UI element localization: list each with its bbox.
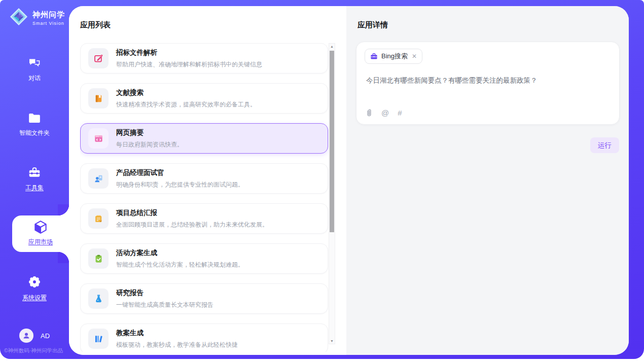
app-card-desc: 一键智能生成高质量长文本研究报告	[116, 301, 213, 309]
pen-square-icon	[88, 48, 109, 68]
run-button[interactable]: 运行	[590, 137, 619, 153]
gear-icon	[0, 275, 69, 288]
sidebar-item-settings[interactable]: 系统设置	[0, 275, 69, 302]
sidebar-item-label: 智能文件夹	[19, 129, 50, 136]
scrollbar-thumb[interactable]	[330, 51, 334, 232]
app-card-lesson-plan[interactable]: 教案生成 模板驱动，教案秒成，教学准备从此轻松快捷	[80, 323, 328, 352]
sidebar-item-label: 对话	[28, 75, 41, 82]
app-card-title: 研究报告	[116, 288, 213, 298]
app-card-desc: 全面回顾项目进展，总结经验教训，助力未来优化发展。	[116, 221, 268, 229]
app-list-title: 应用列表	[80, 20, 111, 30]
sidebar: 神州问学 Smart Vision 对话 智能文件夹	[0, 0, 69, 359]
user-account[interactable]: AD	[19, 329, 50, 343]
attachment-icon[interactable]	[366, 108, 373, 117]
sidebar-item-chat[interactable]: 对话	[0, 57, 69, 83]
app-card-title: 活动方案生成	[116, 248, 244, 258]
sidebar-item-toolset[interactable]: 工具集	[0, 166, 69, 192]
app-card-literature-search[interactable]: 文献搜索 快速精准查找学术资源，提高研究效率的必备工具。	[80, 83, 328, 114]
chat-icon	[0, 57, 69, 69]
app-list-panel: 应用列表 招标文件解析 帮助用户快速、准确地理解和解析招标书中的关键信息	[69, 6, 346, 355]
browser-code-icon	[88, 128, 109, 149]
app-card-title: 项目总结汇报	[116, 208, 268, 218]
cube-icon	[12, 220, 69, 235]
app-card-research-report[interactable]: 研究报告 一键智能生成高质量长文本研究报告	[80, 283, 328, 314]
app-card-event-plan[interactable]: 活动方案生成 智能生成个性化活动方案，轻松解决规划难题。	[80, 243, 328, 274]
app-window: 神州问学 Smart Vision 对话 智能文件夹	[0, 0, 644, 362]
sidebar-item-label: 应用市场	[28, 238, 53, 245]
folder-icon	[0, 113, 69, 124]
scroll-up-icon[interactable]: ▲	[329, 45, 335, 48]
app-card-title: 产品经理面试官	[116, 168, 244, 177]
tab-curve-bottom	[58, 252, 69, 263]
app-logo: 神州问学 Smart Vision	[9, 7, 65, 28]
app-card-title: 教案生成	[116, 329, 238, 338]
clipboard-check-icon	[88, 248, 109, 269]
sidebar-item-label: 工具集	[25, 184, 44, 191]
sidebar-item-app-market[interactable]: 应用市场	[12, 215, 69, 252]
tool-tag-label: Bing搜索	[381, 52, 408, 61]
app-list: 招标文件解析 帮助用户快速、准确地理解和解析招标书中的关键信息 文献搜索	[80, 43, 329, 352]
composer-toolbar: @ #	[366, 108, 402, 117]
app-card-desc: 智能生成个性化活动方案，轻松解决规划难题。	[116, 261, 244, 269]
query-input[interactable]: 今日湖北有哪些新闻要点？有哪些需要关注的最新政策？	[366, 76, 610, 86]
scroll-down-icon[interactable]: ▼	[329, 339, 335, 343]
sidebar-item-smart-folder[interactable]: 智能文件夹	[0, 113, 69, 137]
app-list-scrollbar[interactable]: ▲ ▼	[329, 43, 335, 344]
topic-icon[interactable]: #	[398, 108, 402, 117]
flask-icon	[88, 288, 109, 309]
app-tagline: Smart Vision	[32, 21, 65, 26]
mention-icon[interactable]: @	[381, 108, 389, 117]
app-detail-title: 应用详情	[357, 20, 388, 30]
app-card-desc: 每日政府新闻资讯快查。	[116, 140, 183, 149]
book-icon	[88, 88, 109, 108]
briefcase-icon	[370, 53, 378, 60]
books-icon	[88, 329, 109, 349]
sticky-note-icon	[88, 208, 109, 229]
tool-tag-bing-search[interactable]: Bing搜索 ✕	[365, 49, 422, 64]
toolbox-icon	[0, 166, 69, 178]
app-card-bid-analysis[interactable]: 招标文件解析 帮助用户快速、准确地理解和解析招标书中的关键信息	[80, 43, 328, 74]
user-avatar-icon	[19, 329, 33, 343]
app-card-desc: 帮助用户快速、准确地理解和解析招标书中的关键信息	[116, 60, 262, 69]
app-name: 神州问学	[32, 10, 65, 20]
composer-card[interactable]: Bing搜索 ✕ 今日湖北有哪些新闻要点？有哪些需要关注的最新政策？ @ #	[356, 42, 620, 125]
tag-close-icon[interactable]: ✕	[412, 53, 417, 60]
app-card-web-summary[interactable]: 网页摘要 每日政府新闻资讯快查。	[80, 123, 328, 154]
app-card-desc: 明确身份和职责，为您提供专业性的面试问题。	[116, 180, 244, 189]
app-card-title: 招标文件解析	[116, 48, 262, 57]
app-card-desc: 模板驱动，教案秒成，教学准备从此轻松快捷	[116, 341, 238, 349]
app-card-desc: 快速精准查找学术资源，提高研究效率的必备工具。	[116, 100, 256, 109]
app-card-project-summary[interactable]: 项目总结汇报 全面回顾项目进展，总结经验教训，助力未来优化发展。	[80, 203, 328, 234]
app-detail-panel: 应用详情 Bing搜索 ✕ 今日湖北有哪些新闻要点？有哪些需要关注的最新政	[346, 6, 629, 355]
copyright-text: ©神州数码·神州问学出品	[4, 347, 70, 354]
diamond-logo-icon	[9, 7, 28, 28]
app-card-title: 网页摘要	[116, 128, 183, 137]
tab-curve-top	[58, 204, 69, 215]
app-card-pm-interviewer[interactable]: 产品经理面试官 明确身份和职责，为您提供专业性的面试问题。	[80, 163, 328, 194]
app-card-title: 文献搜索	[116, 88, 256, 97]
main-content: 应用列表 招标文件解析 帮助用户快速、准确地理解和解析招标书中的关键信息	[69, 6, 629, 355]
user-name: AD	[41, 332, 50, 340]
interviewer-icon	[88, 168, 109, 189]
sidebar-item-label: 系统设置	[22, 294, 47, 301]
